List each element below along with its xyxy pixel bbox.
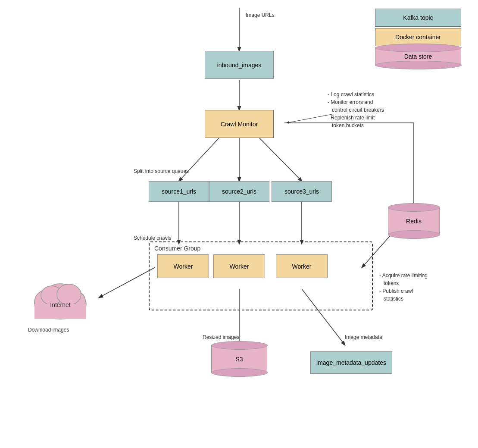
svg-text:Internet: Internet [50,301,71,308]
redis-label: Redis [406,218,422,225]
image-urls-label: Image URLs [246,12,275,18]
worker2-node: Worker [213,254,265,278]
source2-node: source2_urls [209,181,269,202]
svg-line-2 [179,137,220,181]
svg-line-11 [99,267,155,298]
image-metadata-node: image_metadata_updates [310,351,392,374]
svg-line-14 [287,114,332,123]
consumer-group-label: Consumer Group [154,245,200,252]
internet-cloud: Internet [26,272,95,323]
source3-node: source3_urls [272,181,332,202]
split-queues-label: Split into source queues [134,168,189,174]
legend-datastore: Data store [375,47,461,66]
download-images-label: Download images [28,327,69,333]
crawl-monitor-label: Crawl Monitor [221,121,258,128]
worker3-label: Worker [292,263,312,270]
source3-label: source3_urls [284,188,319,195]
image-metadata-label-node: image_metadata_updates [316,359,386,366]
crawl-monitor-notes: - Log crawl statistics - Monitor errors … [328,91,422,129]
inbound-images-label: inbound_images [217,62,262,69]
s3-node: S3 [211,345,267,373]
legend-docker-label: Docker container [395,34,441,41]
worker1-node: Worker [157,254,209,278]
inbound-images-node: inbound_images [205,51,274,79]
svg-line-4 [259,137,302,181]
legend-kafka-label: Kafka topic [403,14,433,21]
source1-node: source1_urls [149,181,209,202]
schedule-crawls-label: Schedule crawls [134,235,171,241]
worker1-label: Worker [174,263,193,270]
resized-images-label: Resized images [203,334,239,340]
s3-label: S3 [235,356,243,363]
redis-node: Redis [388,207,440,235]
image-metadata-label: Image metadata [345,334,382,340]
legend-kafka: Kafka topic [375,9,461,27]
worker-notes: - Acquire rate limiting tokens - Publish… [379,272,466,303]
worker3-node: Worker [276,254,328,278]
crawl-monitor-node: Crawl Monitor [205,110,274,138]
source2-label: source2_urls [222,188,256,195]
worker2-label: Worker [230,263,249,270]
legend-datastore-label: Data store [404,53,432,60]
source1-label: source1_urls [162,188,196,195]
